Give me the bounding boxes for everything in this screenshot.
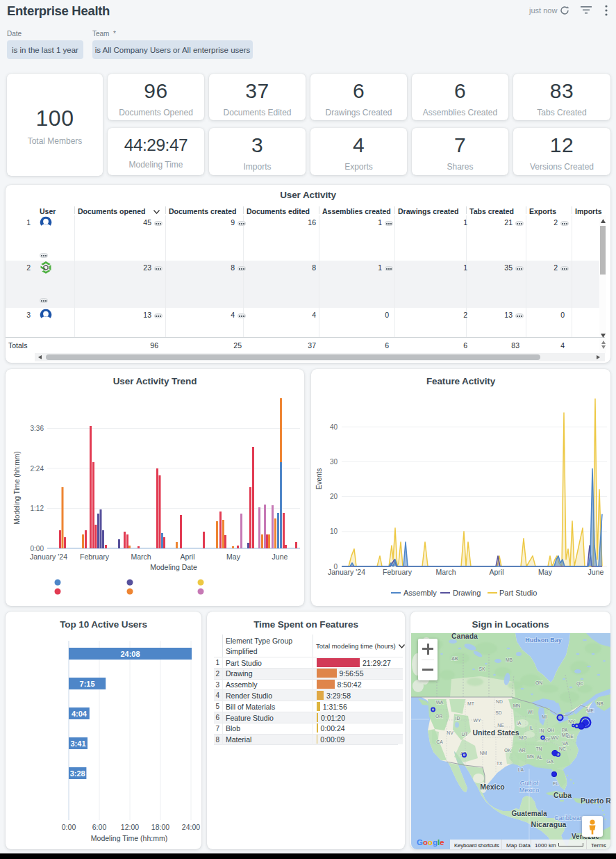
svg-text:AR: AR [519,748,526,753]
svg-text:May: May [226,553,241,561]
svg-text:PA: PA [562,728,568,733]
svg-text:WI: WI [528,710,533,714]
svg-text:March: March [131,553,151,561]
svg-text:January '24: January '24 [30,553,67,561]
svg-text:TX: TX [497,761,503,766]
svg-text:18:00: 18:00 [151,823,169,831]
svg-text:7:15: 7:15 [80,680,95,688]
svg-text:NC: NC [559,746,566,751]
svg-text:NV: NV [447,730,453,735]
svg-text:Cuba: Cuba [553,791,572,799]
svg-text:MI: MI [542,714,547,719]
svg-text:IA: IA [517,721,522,726]
svg-text:IL: IL [529,726,533,730]
svg-text:NB: NB [597,701,603,706]
svg-text:Mexico: Mexico [519,787,540,794]
svg-text:DE: DE [567,734,574,739]
svg-text:IN: IN [540,728,544,733]
svg-text:Puerto R: Puerto R [581,796,610,805]
svg-text:KY: KY [544,737,551,742]
svg-text:GA: GA [547,759,553,764]
svg-text:4:04: 4:04 [72,710,88,718]
svg-text:Drawing: Drawing [453,589,481,597]
svg-text:QC: QC [576,681,583,687]
svg-text:6:00: 6:00 [92,823,107,831]
svg-text:MN: MN [513,703,521,708]
svg-text:UT: UT [461,732,467,737]
svg-text:April: April [180,553,194,561]
svg-text:CA: CA [436,739,443,744]
svg-text:SK: SK [478,666,485,671]
svg-text:ID: ID [456,716,460,721]
svg-text:April: April [489,568,503,576]
svg-text:WY: WY [474,718,481,723]
svg-text:VA: VA [563,741,569,746]
svg-text:FL: FL [553,781,558,786]
svg-text:March: March [435,568,456,576]
svg-text:January '24: January '24 [328,568,365,576]
svg-text:12:00: 12:00 [121,823,139,831]
svg-text:10: 10 [330,527,338,535]
svg-text:0:00: 0:00 [62,823,76,831]
svg-text:MT: MT [467,701,474,706]
svg-text:ND: ND [496,699,503,704]
svg-text:0:00: 0:00 [31,545,44,553]
svg-text:NM: NM [480,751,488,755]
svg-text:June: June [588,568,604,576]
svg-text:AL: AL [537,755,543,760]
svg-text:United States: United States [472,728,519,737]
svg-text:February: February [80,553,110,561]
svg-text:MB: MB [506,657,513,662]
svg-text:SD: SD [495,710,502,715]
svg-text:NY: NY [568,719,575,724]
svg-text:2:24: 2:24 [31,465,44,473]
svg-text:OK: OK [504,748,511,753]
svg-text:Part Studio: Part Studio [499,589,537,597]
svg-text:Caribbean: Caribbean [554,815,583,821]
svg-text:OR: OR [435,714,442,719]
svg-text:WA: WA [436,700,444,705]
svg-text:24:08: 24:08 [120,650,140,658]
svg-text:MO: MO [519,735,527,740]
svg-text:ON: ON [535,680,542,685]
svg-text:40: 40 [330,423,338,431]
svg-text:February: February [383,568,413,576]
svg-text:3:41: 3:41 [70,739,85,748]
svg-text:24:00: 24:00 [182,823,200,831]
svg-text:May: May [538,568,553,576]
svg-text:Mexico: Mexico [480,783,505,791]
svg-text:Canada: Canada [451,633,478,640]
svg-text:Modeling Date: Modeling Date [150,563,197,571]
svg-text:1:12: 1:12 [31,505,44,512]
svg-text:TN: TN [535,746,542,751]
svg-text:3:28: 3:28 [70,769,85,778]
svg-text:20: 20 [330,493,338,500]
svg-text:NE: NE [497,723,504,728]
svg-text:AB: AB [451,656,458,661]
svg-text:Events: Events [315,468,323,490]
svg-text:LA: LA [518,767,524,772]
svg-text:Gulf of: Gulf of [520,780,539,787]
svg-text:ME: ME [587,708,594,713]
svg-text:OH: OH [547,728,554,733]
svg-text:Hudson Bay: Hudson Bay [525,637,562,644]
svg-text:WV: WV [551,735,559,740]
svg-text:Guatemala: Guatemala [511,810,547,817]
svg-text:30: 30 [330,458,338,466]
svg-text:3:36: 3:36 [31,425,44,432]
svg-text:June: June [272,553,288,561]
svg-text:MS: MS [527,754,535,759]
svg-text:Modeling Time (hh:mm): Modeling Time (hh:mm) [91,834,167,842]
svg-text:Modeling Time (hh:mm): Modeling Time (hh:mm) [13,451,21,524]
svg-text:Assembly: Assembly [403,589,437,597]
